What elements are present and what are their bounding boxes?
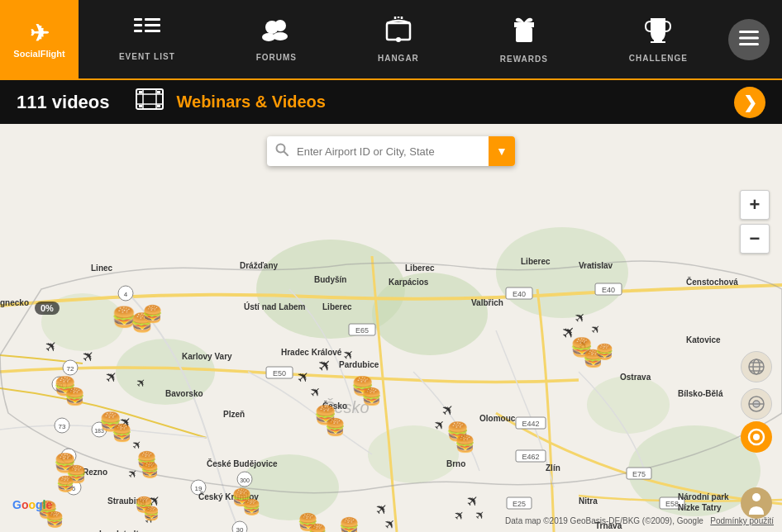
globe-icon-button[interactable] <box>741 351 772 382</box>
svg-text:Linec: Linec <box>91 264 113 273</box>
hamburger-icon <box>739 29 759 50</box>
svg-text:Nízke Tatry: Nízke Tatry <box>678 503 722 512</box>
attribution-text: Data map ©2019 GeoBasis-DE/BKG (©2009), … <box>505 516 703 525</box>
svg-text:E75: E75 <box>632 470 646 478</box>
svg-text:Národní park: Národní park <box>678 492 729 501</box>
svg-text:E40: E40 <box>513 290 526 298</box>
logo-text: SocialFlight <box>13 49 64 59</box>
search-icon <box>267 136 297 166</box>
zoom-in-button[interactable]: + <box>740 190 770 220</box>
percent-badge: 0% <box>35 302 60 315</box>
coin-marker: 🍔 <box>141 461 159 479</box>
map-container[interactable]: E40 E40 E65 E50 E442 E462 E75 E58 E25 4 … <box>0 124 782 532</box>
nav-forums[interactable]: FORUMS <box>240 9 313 70</box>
forums-icon <box>262 17 290 48</box>
svg-text:Zlín: Zlín <box>546 463 560 473</box>
rewards-label: REWARDS <box>500 55 548 64</box>
svg-text:Liberec: Liberec <box>521 257 551 266</box>
header: ✈ SocialFlight EVENT LIST <box>0 0 782 78</box>
svg-text:E442: E442 <box>522 420 539 428</box>
coin-marker: 🍔 <box>595 343 613 361</box>
forums-label: FORUMS <box>256 53 297 62</box>
svg-text:E58: E58 <box>665 500 679 508</box>
nav-event-list[interactable]: EVENT LIST <box>103 10 192 69</box>
logo-area[interactable]: ✈ SocialFlight <box>0 0 79 78</box>
svg-text:Ostrava: Ostrava <box>620 373 651 382</box>
webinars-banner[interactable]: 111 videos Webinars & Videos ❯ <box>0 78 782 124</box>
secondary-globe-icon-button[interactable] <box>741 388 772 420</box>
svg-line-117 <box>284 152 288 156</box>
svg-text:19: 19 <box>195 485 203 492</box>
search-dropdown-button[interactable]: ▼ <box>489 136 515 166</box>
airport-search-input[interactable] <box>297 145 489 158</box>
event-list-label: EVENT LIST <box>119 52 175 61</box>
zoom-controls: + − <box>740 190 770 254</box>
svg-text:E462: E462 <box>522 453 539 461</box>
svg-text:Bavorsko: Bavorsko <box>165 389 203 398</box>
coin-marker: 🍔 <box>455 434 475 454</box>
svg-text:Necko: Necko <box>8 124 33 126</box>
svg-point-127 <box>753 434 760 440</box>
main-nav: EVENT LIST FORUMS <box>79 0 728 78</box>
svg-rect-5 <box>145 30 160 32</box>
nav-challenge[interactable]: CHALLENGE <box>613 8 704 71</box>
coin-marker: 🍔 <box>361 387 382 406</box>
hangar-icon <box>384 17 412 49</box>
video-count: 111 videos <box>17 92 110 113</box>
person-icon-button[interactable] <box>741 487 772 519</box>
zoom-out-button[interactable]: − <box>740 224 770 254</box>
coin-marker: 🍔 <box>339 516 360 532</box>
event-list-icon <box>134 18 160 47</box>
terms-link[interactable]: Podmínky použití <box>710 516 774 525</box>
svg-point-7 <box>274 20 286 31</box>
svg-point-128 <box>752 493 761 501</box>
nav-hangar[interactable]: HANGAR <box>361 8 436 71</box>
svg-text:Plzeň: Plzeň <box>223 410 245 419</box>
banner-arrow-button[interactable]: ❯ <box>734 87 765 118</box>
hangar-label: HANGAR <box>378 54 419 63</box>
svg-text:Brno: Brno <box>446 459 465 468</box>
banner-title: Webinars & Videos <box>177 93 734 112</box>
map-attribution: Data map ©2019 GeoBasis-DE/BKG (©2009), … <box>505 516 774 525</box>
svg-rect-26 <box>139 91 142 93</box>
google-logo: Google <box>12 498 52 511</box>
challenge-icon <box>644 17 672 49</box>
svg-text:České Budějovice: České Budějovice <box>207 458 278 468</box>
svg-rect-15 <box>516 27 532 42</box>
svg-text:Karpácios: Karpácios <box>389 278 429 287</box>
svg-rect-29 <box>157 105 160 107</box>
rewards-icon <box>511 16 537 50</box>
dropdown-arrow-icon: ▼ <box>496 145 508 158</box>
svg-text:Liberec: Liberec <box>322 302 352 311</box>
coin-marker: 🍔 <box>308 523 327 532</box>
svg-rect-0 <box>134 18 142 21</box>
svg-text:Bílsko-Bělá: Bílsko-Bělá <box>678 389 723 398</box>
logo-plane-icon: ✈ <box>30 20 49 47</box>
challenge-label: CHALLENGE <box>629 54 688 63</box>
svg-text:73: 73 <box>59 423 66 430</box>
svg-point-9 <box>273 32 288 40</box>
coin-marker: 🍔 <box>112 423 132 443</box>
coin-marker: 🍔 <box>143 506 160 521</box>
svg-text:E40: E40 <box>602 286 615 294</box>
svg-rect-3 <box>145 18 160 21</box>
svg-text:Valbřich: Valbřich <box>471 298 503 307</box>
svg-text:Čenstochová: Čenstochová <box>686 277 738 287</box>
svg-text:Pardubice: Pardubice <box>339 360 379 369</box>
svg-text:72: 72 <box>67 365 74 373</box>
coin-marker: 🍔 <box>56 475 74 493</box>
coin-marker: 🍔 <box>64 387 85 406</box>
svg-point-38 <box>368 425 459 483</box>
svg-rect-27 <box>157 91 160 93</box>
orange-ring-button[interactable] <box>741 421 772 453</box>
svg-text:E25: E25 <box>513 500 526 508</box>
coin-marker: 🍔 <box>45 511 64 529</box>
svg-rect-28 <box>139 105 142 107</box>
menu-button[interactable] <box>728 19 770 60</box>
svg-text:E50: E50 <box>273 369 286 378</box>
svg-text:Vratislav: Vratislav <box>579 261 613 270</box>
svg-text:Katovice: Katovice <box>686 335 721 344</box>
nav-rewards[interactable]: REWARDS <box>484 7 565 72</box>
svg-text:Budyšín: Budyšín <box>314 275 346 284</box>
search-bar[interactable]: ▼ <box>267 136 515 166</box>
